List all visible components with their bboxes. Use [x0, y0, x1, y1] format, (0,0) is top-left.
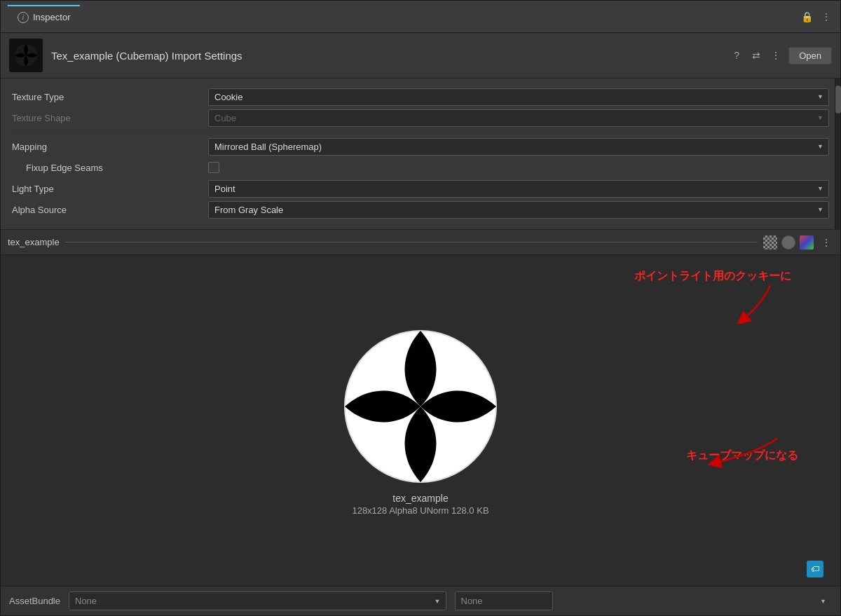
- texture-shape-select-wrapper: Cube: [208, 109, 829, 127]
- texture-type-label: Texture Type: [12, 92, 208, 102]
- header-more-icon[interactable]: ⋮: [769, 48, 783, 62]
- texture-meta: 128x128 Alpha8 UNorm 128.0 KB: [352, 505, 488, 516]
- asset-bundle-select-wrapper: None: [69, 591, 446, 610]
- asset-bundle-select[interactable]: None: [69, 591, 446, 610]
- more-icon[interactable]: ⋮: [819, 10, 833, 24]
- asset-bar-more-icon[interactable]: ⋮: [819, 235, 833, 249]
- texture-type-row: Texture Type Cookie: [12, 87, 829, 107]
- asset-bar: tex_example ⋮: [1, 230, 840, 255]
- texture-shape-select[interactable]: Cube: [208, 109, 829, 127]
- texture-info: tex_example 128x128 Alpha8 UNorm 128.0 K…: [352, 493, 488, 516]
- lock-icon[interactable]: 🔒: [800, 10, 814, 24]
- asset-bar-separator: [65, 242, 758, 242]
- callout-top-right: ポイントライト用のクッキーに: [634, 269, 791, 284]
- bottom-bar: AssetBundle None None: [1, 586, 840, 615]
- rgb-icon[interactable]: [800, 235, 814, 249]
- texture-shape-row: Texture Shape Cube: [12, 108, 829, 128]
- arrow-top: [721, 282, 777, 324]
- arrow-bottom: [700, 432, 784, 474]
- header-actions: ? ⇄ ⋮ Open: [730, 47, 832, 64]
- scrollbar-thumb[interactable]: [835, 85, 841, 114]
- light-type-select[interactable]: Point: [208, 180, 829, 198]
- asset-bundle-variant-wrapper: None: [455, 591, 833, 610]
- mapping-select[interactable]: Mirrored Ball (Spheremap): [208, 138, 829, 156]
- fixup-edge-seams-row: Fixup Edge Seams: [12, 158, 829, 177]
- alpha-source-label: Alpha Source: [12, 205, 208, 215]
- preview-area: tex_example 128x128 Alpha8 UNorm 128.0 K…: [1, 255, 840, 586]
- fixup-edge-seams-label: Fixup Edge Seams: [12, 163, 208, 173]
- alpha-source-select-wrapper: From Gray Scale: [208, 201, 829, 219]
- checkerboard-icon[interactable]: [763, 235, 777, 249]
- mapping-row: Mapping Mirrored Ball (Spheremap): [12, 137, 829, 156]
- asset-thumbnail: [9, 39, 43, 72]
- texture-filename: tex_example: [352, 493, 488, 504]
- light-type-row: Light Type Point: [12, 179, 829, 198]
- texture-type-select-wrapper: Cookie: [208, 88, 829, 106]
- inspector-tab[interactable]: i Inspector: [8, 5, 80, 29]
- header-section: Tex_example (Cubemap) Import Settings ? …: [1, 33, 840, 78]
- alpha-source-select[interactable]: From Gray Scale: [208, 201, 829, 219]
- callout-bottom-right: キューブマップになる: [686, 449, 798, 463]
- mapping-select-wrapper: Mirrored Ball (Spheremap): [208, 138, 829, 156]
- asset-bar-name: tex_example: [8, 237, 60, 247]
- asset-bar-icons: [763, 235, 814, 249]
- tag-icon[interactable]: 🏷: [807, 561, 823, 577]
- light-type-label: Light Type: [12, 184, 208, 194]
- mapping-label: Mapping: [12, 142, 208, 152]
- header-title: Tex_example (Cubemap) Import Settings: [51, 50, 721, 62]
- fixup-edge-seams-control: [208, 162, 829, 173]
- layout-icon[interactable]: ⇄: [749, 48, 763, 62]
- title-bar: i Inspector 🔒 ⋮: [1, 1, 840, 33]
- asset-bundle-variant-select[interactable]: None: [455, 591, 553, 610]
- scrollbar-track: [835, 78, 840, 229]
- texture-preview: [340, 326, 501, 487]
- light-type-select-wrapper: Point: [208, 180, 829, 198]
- info-icon: i: [18, 12, 29, 23]
- fixup-edge-seams-checkbox[interactable]: [208, 162, 219, 173]
- inspector-tab-label: Inspector: [33, 12, 70, 22]
- open-button[interactable]: Open: [788, 47, 832, 64]
- texture-shape-label: Texture Shape: [12, 113, 208, 123]
- help-icon[interactable]: ?: [730, 48, 744, 62]
- title-bar-actions: 🔒 ⋮: [800, 10, 833, 24]
- properties-section: Texture Type Cookie Texture Shape Cube M…: [1, 78, 840, 230]
- texture-type-select[interactable]: Cookie: [208, 88, 829, 106]
- toggle-circle[interactable]: [781, 235, 795, 249]
- alpha-source-row: Alpha Source From Gray Scale: [12, 200, 829, 219]
- asset-bundle-label: AssetBundle: [9, 596, 60, 606]
